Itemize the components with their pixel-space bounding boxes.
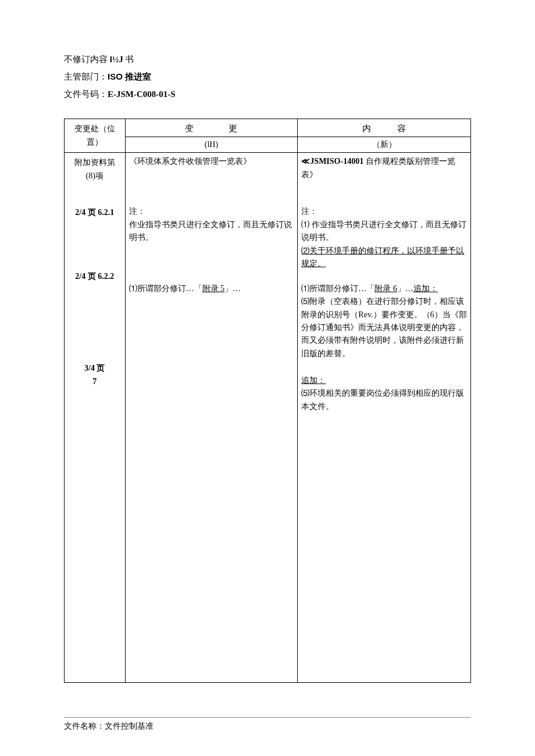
new2-prefix: 注：	[301, 207, 318, 216]
old3-u: 附录 5	[202, 284, 225, 293]
old-1-text: 《环境体系文件收领管理一览表》	[129, 157, 251, 166]
new2-u: ⑵关于环境手册的修订程序，以环境手册予以规定。	[301, 246, 464, 268]
new3-prefix: ⑴所谓部分修订…「	[301, 284, 374, 293]
th-location-text: 变更处（位置）	[74, 124, 115, 146]
th-new: （新）	[298, 137, 471, 153]
header-line1-code: l½J	[110, 55, 123, 64]
old-block-3: ⑴所谓部分修订…「附录 5」…	[129, 269, 294, 349]
old-block-2: 注： 作业指导书类只进行全文修订，而且无修订说明书。	[129, 205, 294, 257]
loc-block-1: 附加资料第 (8)项	[67, 156, 123, 195]
old3-prefix: ⑴所谓部分修订…「	[129, 284, 202, 293]
document-page: 不修订内容 l½J 书 主管部门：ISO 推进室 文件号码：E-JSM-C008…	[0, 0, 535, 756]
loc-block-2: 2/4 页 6.2.1	[67, 206, 123, 259]
loc-4b: 7	[92, 377, 97, 386]
table-header-row-2: (lH) （新）	[65, 137, 471, 153]
loc-1b: (8)项	[86, 171, 104, 180]
header-line-2: 主管部门：ISO 推进室	[64, 70, 471, 84]
old-column-body: 《环境体系文件收领管理一览表》 注： 作业指导书类只进行全文修订，而且无修订说明…	[125, 153, 298, 683]
th-change: 变更	[125, 119, 298, 137]
new2-body: ⑴ 作业指导书类只进行全文修订，而且无修订说明书。	[301, 220, 466, 242]
header-line-1: 不修订内容 l½J 书	[64, 52, 471, 66]
new-block-3: ⑴所谓部分修订…「附录 6」…追加： ⑸附录（空表格）在进行部分修订时，相应该附…	[301, 269, 467, 349]
header-line-3: 文件号码：E-JSM-C008-01-S	[64, 87, 471, 101]
th-location: 变更处（位置）	[65, 119, 126, 153]
header-line2-label: 主管部门：	[64, 72, 108, 81]
header-line2-value: ISO 推进室	[108, 71, 151, 81]
old3-suffix: 」…	[224, 284, 241, 293]
table-row: 附加资料第 (8)项 2/4 页 6.2.1 2/4 页 6.2.2 3/4 页…	[65, 153, 471, 683]
new-block-4: 追加： ⑸环境相关的重要岗位必须得到相应的现行版本文件。	[301, 361, 467, 413]
new4-body: ⑸环境相关的重要岗位必须得到相应的现行版本文件。	[301, 389, 464, 410]
header-line3-value: E-JSM-C008-01-S	[108, 89, 176, 99]
th-content: 内容	[298, 119, 471, 137]
old-block-1: 《环境体系文件收领管理一览表》	[129, 155, 294, 194]
th-old: (lH)	[125, 137, 298, 153]
footer: 文件名称：文件控制基准	[64, 717, 471, 733]
new-block-2: 注： ⑴ 作业指导书类只进行全文修订，而且无修订说明书。 ⑵关于环境手册的修订程…	[301, 205, 467, 257]
new-column-body: ≪JSMISO-14001 自作规程类版别管理一览表》 注： ⑴ 作业指导书类只…	[298, 153, 471, 683]
loc-4a: 3/4 页	[84, 364, 105, 372]
header-line1-suffix: 书	[123, 55, 134, 64]
new3-mid: 」…	[397, 284, 413, 293]
new4-u: 追加：	[301, 376, 326, 385]
footer-value: 文件控制基准	[105, 722, 154, 730]
table-header-row-1: 变更处（位置） 变更 内容	[65, 119, 471, 137]
header-line3-label: 文件号码：	[64, 89, 108, 99]
new3-body: ⑸附录（空表格）在进行部分修订时，相应该附录的识别号（Rev.）要作变更。（6）…	[301, 297, 466, 358]
loc-block-3: 2/4 页 6.2.2	[67, 270, 123, 350]
th-change-text: 变更	[150, 121, 272, 135]
loc-1a: 附加资料第	[74, 158, 115, 167]
footer-label: 文件名称：	[64, 722, 105, 730]
new3-u1: 附录 6	[374, 284, 397, 293]
header-line1-prefix: 不修订内容	[64, 55, 110, 64]
loc-3a: 2/4 页 6.2.2	[75, 272, 114, 281]
loc-2a: 2/4 页 6.2.1	[75, 208, 114, 217]
new3-u2: 追加：	[413, 284, 438, 293]
change-table: 变更处（位置） 变更 内容 (lH) （新） 附加资料第 (8)项 2/4 页 …	[64, 119, 471, 683]
loc-block-4: 3/4 页 7	[67, 362, 123, 388]
new-block-1: ≪JSMISO-14001 自作规程类版别管理一览表》	[301, 155, 467, 194]
th-content-text: 内容	[336, 121, 432, 135]
